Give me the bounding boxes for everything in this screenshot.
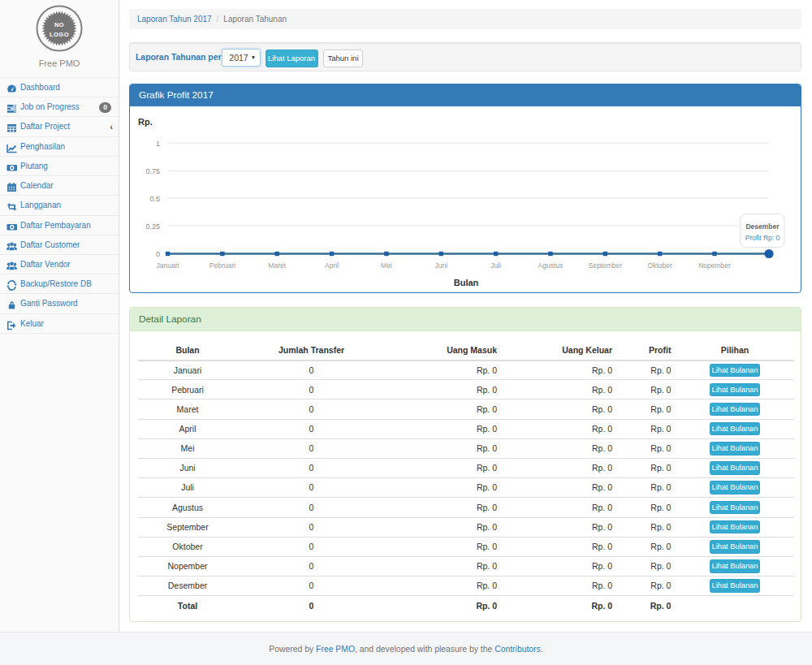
svg-text:1: 1 (156, 140, 160, 148)
svg-text:0.5: 0.5 (149, 195, 160, 203)
svg-text:Pebruari: Pebruari (209, 261, 235, 270)
svg-text:Oktober: Oktober (648, 261, 672, 270)
svg-text:September: September (589, 261, 623, 270)
svg-text:0.25: 0.25 (145, 222, 160, 231)
svg-text:Nopember: Nopember (698, 261, 731, 270)
svg-text:Januari: Januari (157, 261, 179, 270)
svg-text:LOGO: LOGO (50, 31, 69, 38)
svg-text:Juli: Juli (490, 261, 501, 270)
svg-text:Desember: Desember (745, 222, 780, 231)
svg-text:0.75: 0.75 (145, 167, 160, 175)
svg-text:Juni: Juni (434, 261, 447, 270)
svg-text:Agustus: Agustus (538, 261, 564, 270)
svg-text:Mei: Mei (381, 261, 392, 270)
svg-text:Rp.: Rp. (138, 117, 153, 127)
svg-text:Profit Rp: 0: Profit Rp: 0 (745, 234, 780, 242)
svg-text:Bulan: Bulan (454, 278, 479, 287)
svg-text:April: April (325, 261, 339, 270)
svg-text:Maret: Maret (268, 261, 286, 270)
svg-text:0: 0 (156, 250, 160, 258)
svg-text:NO: NO (54, 21, 64, 28)
